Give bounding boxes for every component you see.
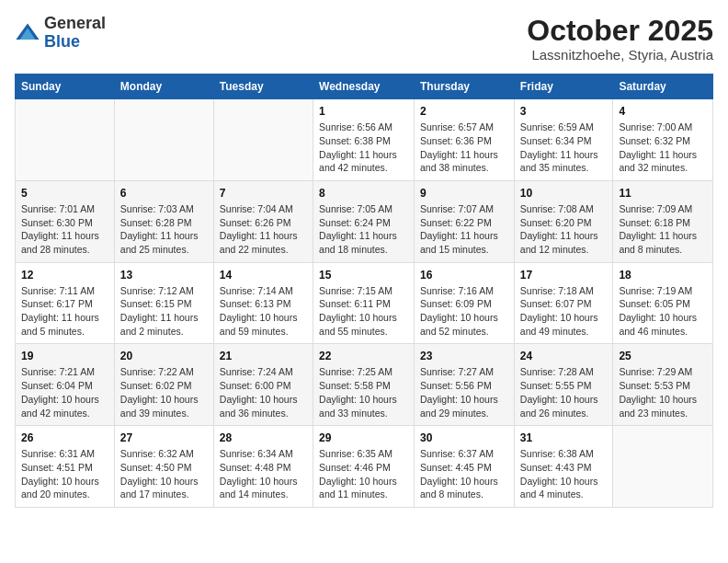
calendar-cell: 26Sunrise: 6:31 AM Sunset: 4:51 PM Dayli…	[16, 426, 115, 508]
day-info: Sunrise: 7:09 AM Sunset: 6:18 PM Dayligh…	[619, 202, 707, 257]
day-number: 10	[520, 187, 608, 200]
calendar-cell: 12Sunrise: 7:11 AM Sunset: 6:17 PM Dayli…	[16, 262, 115, 344]
calendar-cell: 30Sunrise: 6:37 AM Sunset: 4:45 PM Dayli…	[415, 426, 515, 508]
day-info: Sunrise: 7:19 AM Sunset: 6:05 PM Dayligh…	[619, 284, 707, 339]
day-info: Sunrise: 7:01 AM Sunset: 6:30 PM Dayligh…	[21, 202, 108, 257]
day-info: Sunrise: 7:29 AM Sunset: 5:53 PM Dayligh…	[619, 365, 707, 419]
calendar-cell: 13Sunrise: 7:12 AM Sunset: 6:15 PM Dayli…	[114, 262, 213, 344]
day-info: Sunrise: 7:05 AM Sunset: 6:24 PM Dayligh…	[319, 202, 408, 257]
calendar-cell: 19Sunrise: 7:21 AM Sunset: 6:04 PM Dayli…	[16, 344, 115, 426]
day-info: Sunrise: 7:27 AM Sunset: 5:56 PM Dayligh…	[420, 365, 508, 419]
logo-general-text: General	[44, 14, 106, 32]
calendar-cell: 1Sunrise: 6:56 AM Sunset: 6:38 PM Daylig…	[313, 99, 415, 181]
calendar-cell: 17Sunrise: 7:18 AM Sunset: 6:07 PM Dayli…	[514, 262, 613, 344]
calendar-cell: 27Sunrise: 6:32 AM Sunset: 4:50 PM Dayli…	[114, 426, 213, 508]
calendar-cell: 15Sunrise: 7:15 AM Sunset: 6:11 PM Dayli…	[313, 262, 415, 344]
day-info: Sunrise: 6:32 AM Sunset: 4:50 PM Dayligh…	[120, 447, 208, 501]
day-info: Sunrise: 6:57 AM Sunset: 6:36 PM Dayligh…	[420, 121, 508, 175]
day-info: Sunrise: 6:37 AM Sunset: 4:45 PM Dayligh…	[420, 447, 508, 501]
day-info: Sunrise: 6:38 AM Sunset: 4:43 PM Dayligh…	[520, 447, 608, 501]
day-number: 8	[319, 187, 408, 200]
day-number: 25	[619, 350, 707, 362]
col-saturday: Saturday	[613, 75, 713, 99]
calendar-table: Sunday Monday Tuesday Wednesday Thursday…	[15, 74, 713, 508]
day-number: 6	[120, 187, 208, 200]
calendar-cell: 16Sunrise: 7:16 AM Sunset: 6:09 PM Dayli…	[415, 262, 515, 344]
calendar-cell: 20Sunrise: 7:22 AM Sunset: 6:02 PM Dayli…	[114, 344, 213, 426]
page-subtitle: Lassnitzhoehe, Styria, Austria	[527, 47, 713, 63]
day-info: Sunrise: 6:56 AM Sunset: 6:38 PM Dayligh…	[319, 121, 408, 175]
calendar-cell: 6Sunrise: 7:03 AM Sunset: 6:28 PM Daylig…	[114, 180, 213, 262]
day-number: 17	[520, 269, 608, 282]
calendar-cell: 18Sunrise: 7:19 AM Sunset: 6:05 PM Dayli…	[613, 262, 713, 344]
day-info: Sunrise: 7:25 AM Sunset: 5:58 PM Dayligh…	[319, 365, 408, 419]
day-info: Sunrise: 7:14 AM Sunset: 6:13 PM Dayligh…	[220, 284, 307, 339]
day-number: 21	[220, 350, 307, 362]
calendar-cell	[213, 99, 313, 181]
calendar-cell: 7Sunrise: 7:04 AM Sunset: 6:26 PM Daylig…	[213, 180, 313, 262]
day-info: Sunrise: 6:35 AM Sunset: 4:46 PM Dayligh…	[319, 447, 408, 501]
day-info: Sunrise: 7:11 AM Sunset: 6:17 PM Dayligh…	[21, 284, 108, 339]
calendar-cell	[114, 99, 213, 181]
col-monday: Monday	[114, 75, 213, 99]
page-header: General Blue October 2025 Lassnitzhoehe,…	[15, 15, 713, 63]
day-info: Sunrise: 7:24 AM Sunset: 6:00 PM Dayligh…	[220, 365, 307, 419]
day-number: 2	[420, 105, 508, 118]
day-number: 14	[220, 269, 307, 282]
day-number: 9	[420, 187, 508, 200]
calendar-cell: 8Sunrise: 7:05 AM Sunset: 6:24 PM Daylig…	[313, 180, 415, 262]
calendar-cell: 24Sunrise: 7:28 AM Sunset: 5:55 PM Dayli…	[514, 344, 613, 426]
day-number: 27	[120, 431, 208, 444]
day-number: 28	[220, 431, 307, 444]
day-number: 20	[120, 350, 208, 362]
day-info: Sunrise: 7:08 AM Sunset: 6:20 PM Dayligh…	[520, 202, 608, 257]
calendar-cell: 21Sunrise: 7:24 AM Sunset: 6:00 PM Dayli…	[213, 344, 313, 426]
day-number: 31	[520, 431, 608, 444]
day-info: Sunrise: 6:31 AM Sunset: 4:51 PM Dayligh…	[21, 447, 108, 501]
title-block: October 2025 Lassnitzhoehe, Styria, Aust…	[527, 15, 713, 63]
day-info: Sunrise: 7:18 AM Sunset: 6:07 PM Dayligh…	[520, 284, 608, 339]
calendar-cell: 29Sunrise: 6:35 AM Sunset: 4:46 PM Dayli…	[313, 426, 415, 508]
col-thursday: Thursday	[415, 75, 515, 99]
calendar-cell: 10Sunrise: 7:08 AM Sunset: 6:20 PM Dayli…	[514, 180, 613, 262]
day-number: 13	[120, 269, 208, 282]
calendar-cell	[16, 99, 115, 181]
day-info: Sunrise: 6:59 AM Sunset: 6:34 PM Dayligh…	[520, 121, 608, 175]
day-number: 18	[619, 269, 707, 282]
calendar-cell: 5Sunrise: 7:01 AM Sunset: 6:30 PM Daylig…	[16, 180, 115, 262]
day-number: 4	[619, 105, 707, 118]
col-tuesday: Tuesday	[213, 75, 313, 99]
col-sunday: Sunday	[16, 75, 115, 99]
page-title: October 2025	[527, 15, 713, 47]
calendar-week-row: 12Sunrise: 7:11 AM Sunset: 6:17 PM Dayli…	[16, 262, 713, 344]
calendar-week-row: 5Sunrise: 7:01 AM Sunset: 6:30 PM Daylig…	[16, 180, 713, 262]
day-number: 24	[520, 350, 608, 362]
logo: General Blue	[15, 15, 106, 52]
day-number: 16	[420, 269, 508, 282]
calendar-week-row: 1Sunrise: 6:56 AM Sunset: 6:38 PM Daylig…	[16, 99, 713, 181]
calendar-cell: 31Sunrise: 6:38 AM Sunset: 4:43 PM Dayli…	[514, 426, 613, 508]
calendar-cell: 22Sunrise: 7:25 AM Sunset: 5:58 PM Dayli…	[313, 344, 415, 426]
day-info: Sunrise: 7:00 AM Sunset: 6:32 PM Dayligh…	[619, 121, 707, 175]
day-number: 23	[420, 350, 508, 362]
day-info: Sunrise: 7:16 AM Sunset: 6:09 PM Dayligh…	[420, 284, 508, 339]
calendar-cell: 14Sunrise: 7:14 AM Sunset: 6:13 PM Dayli…	[213, 262, 313, 344]
calendar-cell: 25Sunrise: 7:29 AM Sunset: 5:53 PM Dayli…	[613, 344, 713, 426]
calendar-cell: 3Sunrise: 6:59 AM Sunset: 6:34 PM Daylig…	[514, 99, 613, 181]
calendar-cell: 4Sunrise: 7:00 AM Sunset: 6:32 PM Daylig…	[613, 99, 713, 181]
calendar-cell: 2Sunrise: 6:57 AM Sunset: 6:36 PM Daylig…	[415, 99, 515, 181]
day-number: 1	[319, 105, 408, 118]
col-friday: Friday	[514, 75, 613, 99]
day-number: 12	[21, 269, 108, 282]
calendar-week-row: 26Sunrise: 6:31 AM Sunset: 4:51 PM Dayli…	[16, 426, 713, 508]
day-number: 19	[21, 350, 108, 362]
logo-blue-text: Blue	[44, 32, 80, 51]
calendar-week-row: 19Sunrise: 7:21 AM Sunset: 6:04 PM Dayli…	[16, 344, 713, 426]
calendar-cell: 28Sunrise: 6:34 AM Sunset: 4:48 PM Dayli…	[213, 426, 313, 508]
calendar-cell: 23Sunrise: 7:27 AM Sunset: 5:56 PM Dayli…	[415, 344, 515, 426]
col-wednesday: Wednesday	[313, 75, 415, 99]
day-info: Sunrise: 7:15 AM Sunset: 6:11 PM Dayligh…	[319, 284, 408, 339]
calendar-header-row: Sunday Monday Tuesday Wednesday Thursday…	[16, 75, 713, 99]
day-info: Sunrise: 6:34 AM Sunset: 4:48 PM Dayligh…	[220, 447, 307, 501]
day-info: Sunrise: 7:12 AM Sunset: 6:15 PM Dayligh…	[120, 284, 208, 339]
